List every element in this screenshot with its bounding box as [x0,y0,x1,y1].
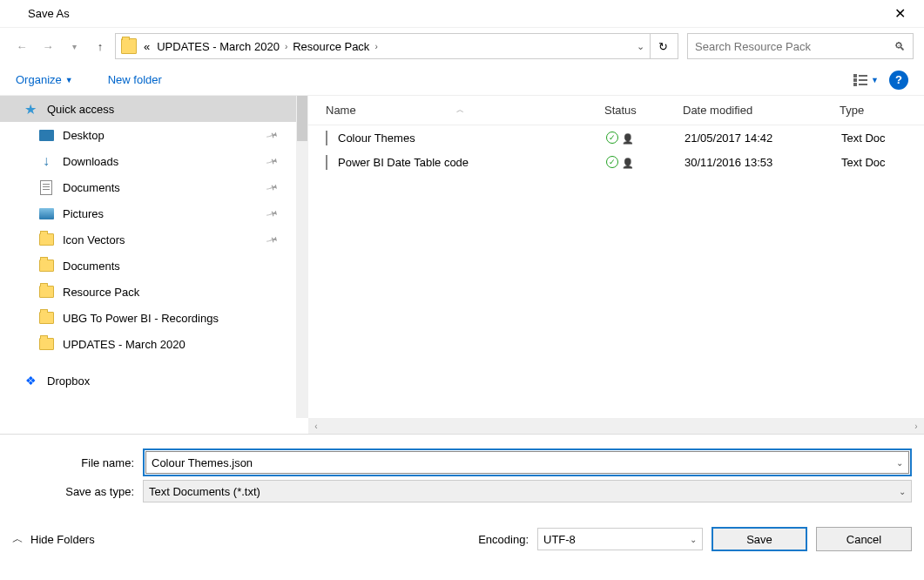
save-button[interactable]: Save [712,527,807,551]
window-title: Save As [28,7,882,20]
column-status[interactable]: Status [604,104,683,117]
cancel-button[interactable]: Cancel [816,527,912,551]
file-row[interactable]: Colour Themes21/05/2017 14:42Text Doc [308,125,924,150]
filename-label: File name: [12,456,143,469]
chevron-right-icon[interactable]: › [283,42,289,51]
search-icon[interactable]: 🔍︎ [894,40,906,53]
tree-item[interactable]: UBG To Power BI - Recordings [0,305,296,331]
dropbox-node[interactable]: Dropbox [0,368,296,394]
pin-icon: 📌︎ [264,126,281,145]
back-button[interactable]: ← [10,35,33,57]
tree-item[interactable]: Documents [0,253,296,279]
filename-field[interactable]: ⌄ [145,451,909,474]
tree-label: Quick access [47,103,114,116]
star-icon [23,101,38,117]
tree-label: Pictures [63,207,104,220]
refresh-button[interactable]: ↻ [650,33,676,59]
svg-rect-1 [853,78,857,82]
up-button[interactable]: ↑ [89,35,111,57]
horizontal-scrollbar[interactable]: ‹ › [308,418,924,434]
tree-item[interactable]: Desktop📌︎ [0,122,296,148]
folder-icon [38,258,54,273]
tree-label: Documents [63,260,120,273]
recent-dropdown[interactable]: ▾ [63,35,85,57]
tree-item[interactable]: UPDATES - March 2020 [0,331,296,357]
file-name: Colour Themes [338,132,606,145]
tree-label: Documents [63,181,120,194]
pin-icon: 📌︎ [264,179,281,197]
download-icon [38,153,54,169]
hide-folders-button[interactable]: ︿ Hide Folders [12,531,95,547]
encoding-dropdown[interactable]: UTF-8 ⌄ [537,528,703,550]
sidebar-scrollbar[interactable] [296,96,308,418]
synced-icon [606,156,618,168]
encoding-value: UTF-8 [543,533,576,546]
tree-label: Icon Vectors [63,233,125,246]
nav-bar: ← → ▾ ↑ « UPDATES - March 2020 › Resourc… [0,28,924,64]
tree-item[interactable]: Pictures📌︎ [0,200,296,226]
tree-item[interactable]: Icon Vectors📌︎ [0,226,296,253]
text-file-icon [326,156,327,169]
column-date[interactable]: Date modified [683,104,840,117]
pic-icon [38,206,54,221]
folder-icon [38,310,54,326]
forward-button[interactable]: → [37,35,59,57]
app-icon [7,7,21,21]
svg-rect-0 [853,74,857,78]
view-options-button[interactable]: ▼ [853,74,879,86]
help-button[interactable]: ? [889,71,908,90]
pin-icon: 📌︎ [264,152,281,171]
shared-icon [622,132,634,145]
dropbox-icon [23,373,38,388]
dialog-footer: ︿ Hide Folders Encoding: UTF-8 ⌄ Save Ca… [0,513,924,558]
organize-button[interactable]: Organize▼ [16,73,73,86]
column-headers[interactable]: Name︿ Status Date modified Type [308,96,924,125]
address-bar[interactable]: « UPDATES - March 2020 › Resource Pack ›… [115,33,678,59]
breadcrumb-prefix: « [140,40,153,53]
search-input[interactable] [695,40,894,53]
desktop-icon [38,127,54,143]
tree-label: Resource Pack [63,286,139,299]
sort-indicator-icon: ︿ [374,105,548,116]
file-list: Name︿ Status Date modified Type Colour T… [308,96,924,418]
file-status [606,132,685,145]
tree-item[interactable]: Resource Pack [0,279,296,305]
synced-icon [606,132,618,144]
navigation-tree: Quick access Desktop📌︎Downloads📌︎Documen… [0,96,296,418]
tree-label: UPDATES - March 2020 [63,338,185,351]
scroll-left-button[interactable]: ‹ [308,422,324,431]
file-status [606,156,685,169]
file-row[interactable]: Power BI Date Table code30/11/2016 13:53… [308,150,924,174]
title-bar: Save As ✕ [0,0,924,28]
close-button[interactable]: ✕ [882,5,917,22]
folder-icon [38,284,54,300]
quick-access-node[interactable]: Quick access [0,96,296,122]
breadcrumb-item[interactable]: UPDATES - March 2020 [153,40,283,53]
tree-label: Downloads [63,155,118,168]
chevron-down-icon: ⌄ [899,487,906,496]
tree-item[interactable]: Downloads📌︎ [0,148,296,174]
filename-dropdown-icon[interactable]: ⌄ [896,458,903,468]
tree-item[interactable]: Documents📌︎ [0,174,296,200]
filename-input[interactable] [152,456,896,469]
savetype-dropdown[interactable]: Text Documents (*.txt) ⌄ [143,480,912,502]
chevron-up-icon: ︿ [12,531,24,547]
tree-label: Desktop [63,129,105,142]
new-folder-button[interactable]: New folder [108,73,162,86]
breadcrumb-item[interactable]: Resource Pack [289,40,373,53]
save-panel: File name: ⌄ Save as type: Text Document… [0,434,924,513]
folder-icon [38,336,54,352]
file-type: Text Doc [841,156,924,169]
text-file-icon [326,132,327,145]
svg-rect-3 [859,75,867,77]
search-box[interactable]: 🔍︎ [687,33,914,59]
scroll-right-button[interactable]: › [908,422,924,431]
tree-label: UBG To Power BI - Recordings [63,312,219,325]
file-name: Power BI Date Table code [338,156,606,169]
address-dropdown[interactable]: ⌄ [631,41,650,52]
column-type[interactable]: Type [840,104,924,117]
chevron-right-icon[interactable]: › [373,42,379,51]
column-name[interactable]: Name︿ [326,104,604,117]
encoding-label: Encoding: [478,533,529,546]
toolbar: Organize▼ New folder ▼ ? [0,64,924,96]
